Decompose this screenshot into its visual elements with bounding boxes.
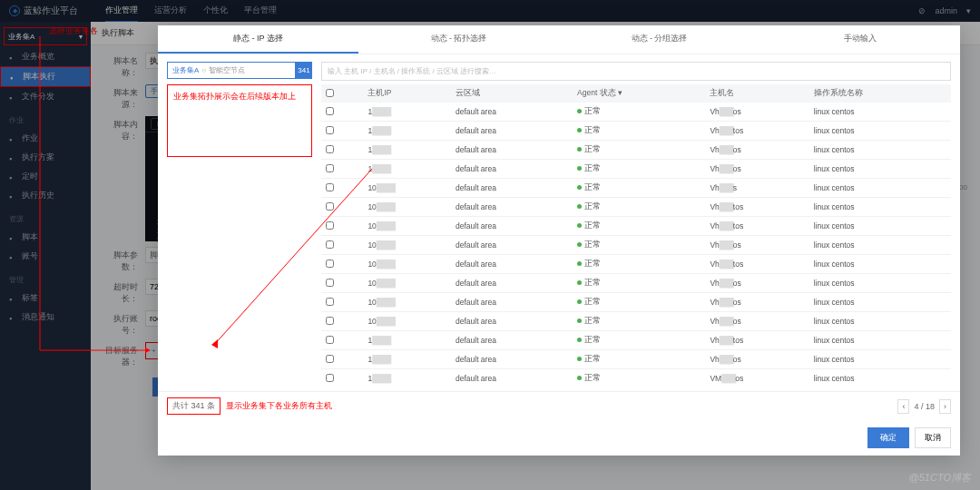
row-checkbox[interactable] (326, 164, 334, 172)
cell-os: linux centos (809, 103, 951, 122)
cell-status: 正常 (573, 369, 705, 385)
page-next[interactable]: › (939, 399, 951, 414)
cell-ip: 10████ (363, 293, 451, 312)
server-picker-modal: 静态 - IP 选择 动态 - 拓扑选择 动态 - 分组选择 手动输入 业务集A… (158, 25, 960, 456)
table-row[interactable]: 10████default area正常Vh███toslinux centos (321, 217, 951, 236)
cell-ip: 10████ (363, 198, 451, 217)
table-row[interactable]: 1████default area正常Vh███oslinux centos (321, 160, 951, 179)
row-checkbox[interactable] (326, 374, 334, 382)
table-row[interactable]: 10████default area正常Vh███oslinux centos (321, 274, 951, 293)
cell-hostname: Vh███tos (705, 198, 808, 217)
table-row[interactable]: 1████default area正常Vh███toslinux centos (321, 122, 951, 141)
col-header (321, 84, 363, 103)
row-checkbox[interactable] (326, 221, 334, 230)
cell-area: default area (451, 293, 573, 312)
cell-hostname: Vh███os (705, 236, 808, 255)
cancel-button[interactable]: 取消 (915, 427, 951, 448)
tab-static-ip[interactable]: 静态 - IP 选择 (158, 25, 358, 54)
cell-status: 正常 (573, 293, 705, 312)
cell-status: 正常 (573, 331, 705, 350)
cell-os: linux centos (809, 141, 951, 160)
total-note: 显示业务集下各业务所有主机 (226, 400, 332, 412)
cell-area: default area (451, 255, 573, 274)
table-row[interactable]: 1████default area正常Vh███oslinux centos (321, 350, 951, 369)
row-checkbox[interactable] (326, 355, 334, 363)
page-prev[interactable]: ‹ (897, 399, 909, 414)
cell-hostname: Vh███os (705, 350, 808, 369)
table-row[interactable]: 10████default area正常Vh███toslinux centos (321, 255, 951, 274)
cell-hostname: Vh███tos (705, 122, 808, 141)
cell-status: 正常 (573, 179, 705, 198)
cell-ip: 10████ (363, 255, 451, 274)
row-checkbox[interactable] (326, 279, 334, 287)
confirm-button[interactable]: 确定 (867, 427, 909, 448)
cell-status: 正常 (573, 160, 705, 179)
cell-hostname: Vh███tos (705, 331, 808, 350)
cell-area: default area (451, 122, 573, 141)
table-row[interactable]: 1████default area正常Vh███oslinux centos (321, 141, 951, 160)
cell-status: 正常 (573, 255, 705, 274)
row-checkbox[interactable] (326, 240, 334, 249)
table-row[interactable]: 10████default area正常Vh███oslinux centos (321, 293, 951, 312)
cell-hostname: Vh███os (705, 312, 808, 331)
table-row[interactable]: 1████default area正常VM███oslinux centos (321, 369, 951, 385)
cell-area: default area (451, 141, 573, 160)
cell-os: linux centos (809, 331, 951, 350)
search-input[interactable]: 输入 主机 IP / 主机名 / 操作系统 / 云区域 进行搜索… (321, 62, 951, 81)
modal-footer: 共计 341 条 显示业务集下各业务所有主机 ‹ 4 / 18 › (158, 391, 960, 420)
table-row[interactable]: 1████default area正常Vh███oslinux centos (321, 103, 951, 122)
cell-os: linux centos (809, 293, 951, 312)
cell-os: linux centos (809, 198, 951, 217)
row-checkbox[interactable] (326, 145, 334, 153)
table-row[interactable]: 10████default area正常Vh███oslinux centos (321, 236, 951, 255)
cell-ip: 10████ (363, 274, 451, 293)
tab-dyn-topo[interactable]: 动态 - 拓扑选择 (358, 25, 559, 54)
cell-ip: 1████ (363, 122, 451, 141)
cell-area: default area (451, 103, 573, 122)
table-row[interactable]: 10████default area正常Vh███oslinux centos (321, 312, 951, 331)
row-checkbox[interactable] (326, 202, 334, 211)
tab-manual[interactable]: 手动输入 (760, 25, 960, 54)
table-row[interactable]: 1████default area正常Vh███toslinux centos (321, 331, 951, 350)
cell-ip: 1████ (363, 369, 451, 385)
total-count: 共计 341 条 (167, 397, 220, 415)
col-header: 云区域 (451, 84, 573, 103)
page-info: 4 / 18 (914, 402, 935, 411)
row-checkbox[interactable] (326, 183, 334, 191)
cell-ip: 1████ (363, 141, 451, 160)
cell-area: default area (451, 198, 573, 217)
col-header: 操作系统名称 (809, 84, 951, 103)
row-checkbox[interactable] (326, 298, 334, 306)
cell-ip: 10████ (363, 179, 451, 198)
col-header[interactable]: Agent 状态 ▾ (573, 84, 705, 103)
col-header: 主机IP (363, 84, 451, 103)
cell-hostname: Vh███s (705, 179, 808, 198)
tab-dyn-group[interactable]: 动态 - 分组选择 (559, 25, 760, 54)
tree-path[interactable]: 业务集A ○ 智能空节点 (167, 62, 296, 79)
row-checkbox[interactable] (326, 107, 334, 115)
table-row[interactable]: 10████default area正常Vh███toslinux centos (321, 198, 951, 217)
modal-tabs: 静态 - IP 选择 动态 - 拓扑选择 动态 - 分组选择 手动输入 (158, 25, 960, 54)
row-checkbox[interactable] (326, 126, 334, 134)
cell-os: linux centos (809, 160, 951, 179)
cell-ip: 1████ (363, 331, 451, 350)
cell-area: default area (451, 312, 573, 331)
cell-hostname: Vh███os (705, 103, 808, 122)
cell-os: linux centos (809, 236, 951, 255)
cell-hostname: Vh███tos (705, 217, 808, 236)
row-checkbox[interactable] (326, 260, 334, 268)
row-checkbox[interactable] (326, 336, 334, 344)
row-checkbox[interactable] (326, 317, 334, 325)
cell-area: default area (451, 179, 573, 198)
cell-os: linux centos (809, 179, 951, 198)
cell-hostname: Vh███os (705, 274, 808, 293)
cell-area: default area (451, 274, 573, 293)
table-row[interactable]: 10████default area正常Vh███slinux centos (321, 179, 951, 198)
cell-os: linux centos (809, 217, 951, 236)
cell-area: default area (451, 350, 573, 369)
col-header: 主机名 (705, 84, 808, 103)
select-all-checkbox[interactable] (326, 89, 334, 97)
cell-area: default area (451, 236, 573, 255)
cell-hostname: VM███os (705, 369, 808, 385)
host-table: 主机IP云区域Agent 状态 ▾主机名操作系统名称 1████default … (321, 84, 951, 384)
